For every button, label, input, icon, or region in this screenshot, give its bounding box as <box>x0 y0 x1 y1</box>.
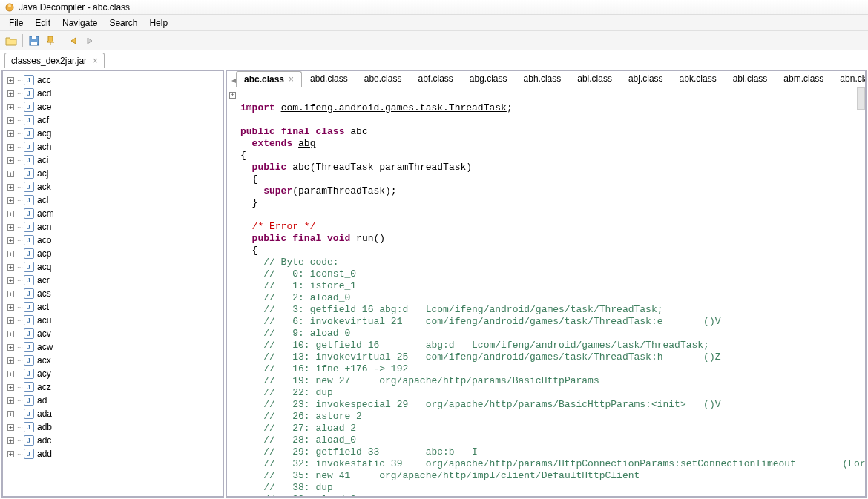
editor-tab[interactable]: abd.class <box>302 70 356 87</box>
expand-icon[interactable]: + <box>7 304 14 311</box>
expand-icon[interactable]: + <box>7 184 14 191</box>
tree-item[interactable]: +⋯Jaci <box>3 153 223 167</box>
java-file-icon: J <box>24 369 34 379</box>
java-file-icon: J <box>24 182 34 192</box>
tree-item[interactable]: +⋯Jacl <box>3 194 223 207</box>
menu-search[interactable]: Search <box>103 16 143 30</box>
tree-item-label: acc <box>37 75 51 85</box>
editor-tab[interactable]: abl.class <box>725 70 776 87</box>
expand-icon[interactable]: + <box>7 371 14 377</box>
tree-item[interactable]: +⋯Jacd <box>3 87 223 100</box>
expand-icon[interactable]: + <box>7 130 14 137</box>
menu-help[interactable]: Help <box>143 16 174 30</box>
close-icon[interactable]: × <box>289 74 294 85</box>
tree-item[interactable]: +⋯Jacr <box>3 274 223 287</box>
tree-item[interactable]: +⋯Jadb <box>3 420 223 434</box>
tree-item-label: acr <box>37 275 50 285</box>
menu-edit[interactable]: Edit <box>29 16 56 30</box>
tree-pane: +⋯Jacc+⋯Jacd+⋯Jace+⋯Jacf+⋯Jacg+⋯Jach+⋯Ja… <box>1 70 224 498</box>
editor-tab[interactable]: abn.class <box>832 70 867 87</box>
expand-icon[interactable]: + <box>7 411 14 417</box>
expand-icon[interactable]: + <box>7 277 14 284</box>
tree-item[interactable]: +⋯Jacn <box>3 220 223 234</box>
expand-icon[interactable]: + <box>7 117 14 124</box>
svg-rect-3 <box>32 36 36 39</box>
editor-tab[interactable]: abf.class <box>410 70 461 87</box>
expand-icon[interactable]: + <box>7 264 14 271</box>
tree-item[interactable]: +⋯Jacz <box>3 380 223 394</box>
expand-icon[interactable]: + <box>7 357 14 364</box>
tree-item-label: acq <box>37 262 51 272</box>
tree-item[interactable]: +⋯Jadc <box>3 434 223 447</box>
java-file-icon: J <box>24 142 34 152</box>
expand-icon[interactable]: + <box>7 437 14 444</box>
tree-dots: ⋯ <box>17 144 22 151</box>
expand-icon[interactable]: + <box>7 90 14 97</box>
expand-icon[interactable]: + <box>7 397 14 404</box>
expand-icon[interactable]: + <box>7 451 14 457</box>
tree-item-label: ack <box>37 182 51 192</box>
save-button[interactable] <box>26 33 42 49</box>
editor-tab[interactable]: abm.class <box>775 70 832 87</box>
tree-item[interactable]: +⋯Jacj <box>3 167 223 180</box>
expand-icon[interactable]: + <box>7 331 14 337</box>
open-file-button[interactable] <box>3 33 19 49</box>
expand-icon[interactable]: + <box>7 157 14 164</box>
expand-icon[interactable]: + <box>7 104 14 110</box>
tree-item[interactable]: +⋯Jacv <box>3 327 223 340</box>
tree-item[interactable]: +⋯Jack <box>3 180 223 194</box>
tree-item[interactable]: +⋯Jach <box>3 140 223 153</box>
tree-item[interactable]: +⋯Jacw <box>3 340 223 354</box>
tree-item[interactable]: +⋯Jacx <box>3 354 223 367</box>
menu-file[interactable]: File <box>3 16 29 30</box>
expand-icon[interactable]: + <box>7 384 14 391</box>
save-all-button[interactable] <box>42 33 59 49</box>
editor-tab[interactable]: abc.class× <box>236 71 302 87</box>
expand-icon[interactable]: + <box>7 144 14 151</box>
tree-item[interactable]: +⋯Jacf <box>3 113 223 127</box>
close-icon[interactable]: × <box>93 56 98 66</box>
expand-icon[interactable]: + <box>7 224 14 231</box>
tree-dots: ⋯ <box>17 251 22 257</box>
expand-icon[interactable]: + <box>7 424 14 431</box>
file-tab[interactable]: classes_dex2jar.jar × <box>4 53 105 68</box>
expand-icon[interactable]: + <box>7 197 14 204</box>
tree-item[interactable]: +⋯Jacs <box>3 287 223 300</box>
code-area[interactable]: +import com.ifeng.android.games.task.Thr… <box>227 87 865 496</box>
tree-item[interactable]: +⋯Jaco <box>3 234 223 247</box>
expand-icon[interactable]: + <box>7 237 14 244</box>
editor-tab[interactable]: abi.class <box>569 70 620 87</box>
tree-item[interactable]: +⋯Jad <box>3 394 223 407</box>
editor-tab[interactable]: abj.class <box>620 70 671 87</box>
tree-item[interactable]: +⋯Jacg <box>3 127 223 140</box>
expand-icon[interactable]: + <box>7 344 14 351</box>
tree-item-label: aco <box>37 235 51 245</box>
tree-item[interactable]: +⋯Jadd <box>3 447 223 460</box>
tree-item-label: acy <box>37 369 51 379</box>
editor-tab[interactable]: abk.class <box>671 70 725 87</box>
expand-icon[interactable]: + <box>7 251 14 257</box>
tree-item[interactable]: +⋯Jacq <box>3 260 223 274</box>
expand-icon[interactable]: + <box>7 211 14 217</box>
tree-item[interactable]: +⋯Jact <box>3 300 223 314</box>
menu-navigate[interactable]: Navigate <box>56 16 103 30</box>
expand-icon[interactable]: + <box>7 77 14 84</box>
tree-item[interactable]: +⋯Jace <box>3 100 223 113</box>
tree-item[interactable]: +⋯Jacm <box>3 207 223 220</box>
fold-icon[interactable]: + <box>229 92 236 99</box>
editor-tab[interactable]: abg.class <box>461 70 516 87</box>
folder-icon <box>5 36 17 46</box>
tree-item[interactable]: +⋯Jacc <box>3 73 223 87</box>
editor-tab[interactable]: abe.class <box>356 70 410 87</box>
editor-tab-label: abj.class <box>628 73 663 84</box>
back-button[interactable] <box>65 33 82 49</box>
tree-item[interactable]: +⋯Jada <box>3 407 223 420</box>
forward-button[interactable] <box>82 33 98 49</box>
editor-tab[interactable]: abh.class <box>516 70 570 87</box>
expand-icon[interactable]: + <box>7 171 14 177</box>
tree-item[interactable]: +⋯Jacu <box>3 314 223 327</box>
expand-icon[interactable]: + <box>7 291 14 297</box>
tree-item[interactable]: +⋯Jacy <box>3 367 223 380</box>
tree-item[interactable]: +⋯Jacp <box>3 247 223 260</box>
expand-icon[interactable]: + <box>7 317 14 324</box>
